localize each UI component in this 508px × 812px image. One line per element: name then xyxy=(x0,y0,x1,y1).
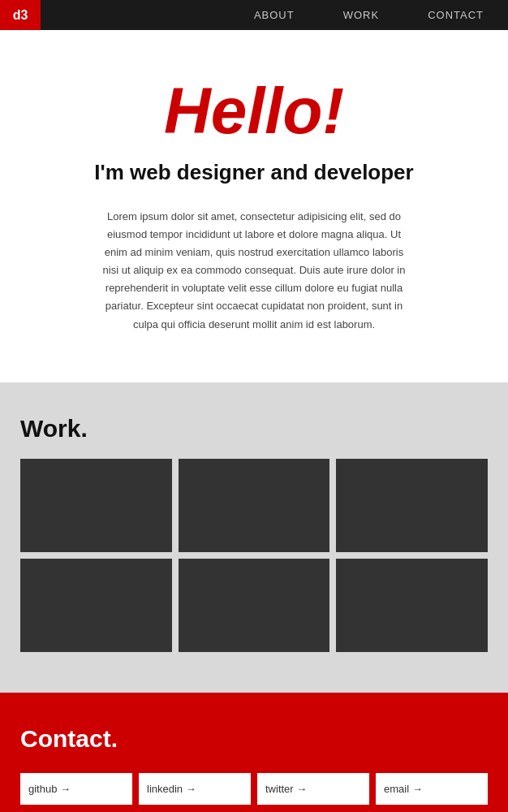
nav-about[interactable]: ABOUT xyxy=(230,9,319,21)
hero-section: Hello! I'm web designer and developer Lo… xyxy=(0,30,508,382)
hero-body: Lorem ipsum dolor sit amet, consectetur … xyxy=(100,208,408,334)
work-item[interactable] xyxy=(336,559,488,652)
github-link[interactable]: github → xyxy=(20,773,132,805)
work-item[interactable] xyxy=(179,459,330,552)
hero-title: Hello! xyxy=(65,79,443,144)
work-item[interactable] xyxy=(20,459,172,552)
hero-subtitle: I'm web designer and developer xyxy=(65,160,443,185)
logo-text: d3 xyxy=(13,8,28,23)
nav-contact[interactable]: CONTACT xyxy=(403,9,508,21)
work-item[interactable] xyxy=(20,559,172,652)
main-nav: ABOUT WORK CONTACT xyxy=(230,9,508,21)
twitter-link[interactable]: twitter → xyxy=(257,773,369,805)
work-item[interactable] xyxy=(336,459,488,552)
contact-links: github → linkedin → twitter → email → xyxy=(20,773,488,805)
logo[interactable]: d3 xyxy=(0,0,41,30)
work-grid xyxy=(20,459,488,652)
work-item[interactable] xyxy=(179,559,330,652)
linkedin-link[interactable]: linkedin → xyxy=(139,773,251,805)
nav-work[interactable]: WORK xyxy=(319,9,403,21)
header: d3 ABOUT WORK CONTACT xyxy=(0,0,508,30)
work-title: Work. xyxy=(20,415,488,443)
email-link[interactable]: email → xyxy=(376,773,488,805)
contact-section: Contact. github → linkedin → twitter → e… xyxy=(0,693,508,812)
contact-title: Contact. xyxy=(20,725,488,753)
work-section: Work. xyxy=(0,382,508,693)
